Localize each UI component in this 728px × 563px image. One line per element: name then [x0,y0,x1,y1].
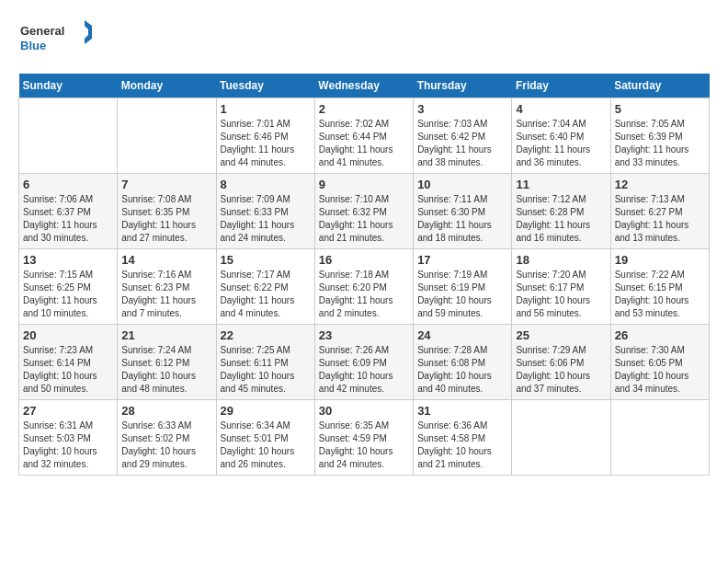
day-info: Sunrise: 7:24 AMSunset: 6:12 PMDaylight:… [121,344,211,396]
weekday-row: SundayMondayTuesdayWednesdayThursdayFrid… [19,74,710,98]
day-info: Sunrise: 7:18 AMSunset: 6:20 PMDaylight:… [319,269,409,320]
weekday-header: Sunday [19,74,118,98]
calendar-cell: 22Sunrise: 7:25 AMSunset: 6:11 PMDayligh… [216,325,314,400]
day-number: 17 [417,253,507,267]
calendar-cell: 10Sunrise: 7:11 AMSunset: 6:30 PMDayligh… [414,174,512,249]
calendar-cell: 2Sunrise: 7:02 AMSunset: 6:44 PMDaylight… [314,98,413,174]
day-info: Sunrise: 7:08 AMSunset: 6:35 PMDaylight:… [121,193,211,245]
day-info: Sunrise: 7:30 AMSunset: 6:05 PMDaylight:… [615,344,705,396]
day-info: Sunrise: 7:28 AMSunset: 6:08 PMDaylight:… [417,344,507,396]
day-info: Sunrise: 7:02 AMSunset: 6:44 PMDaylight:… [319,118,409,169]
day-number: 5 [615,102,705,116]
weekday-header: Saturday [610,74,709,98]
day-info: Sunrise: 7:23 AMSunset: 6:14 PMDaylight:… [23,344,113,396]
day-number: 10 [417,178,507,191]
calendar-cell [118,98,216,174]
svg-text:Blue: Blue [20,39,46,52]
day-number: 12 [615,178,705,191]
day-number: 16 [319,253,409,267]
day-info: Sunrise: 7:05 AMSunset: 6:39 PMDaylight:… [615,118,705,169]
calendar-cell: 19Sunrise: 7:22 AMSunset: 6:15 PMDayligh… [610,249,709,325]
day-number: 28 [121,404,211,418]
calendar-cell: 9Sunrise: 7:10 AMSunset: 6:32 PMDaylight… [314,174,413,249]
logo-svg: General Blue [18,18,92,64]
day-info: Sunrise: 7:19 AMSunset: 6:19 PMDaylight:… [417,269,507,320]
day-info: Sunrise: 6:35 AMSunset: 4:59 PMDaylight:… [319,419,409,471]
calendar-cell: 11Sunrise: 7:12 AMSunset: 6:28 PMDayligh… [512,174,610,249]
calendar-cell: 24Sunrise: 7:28 AMSunset: 6:08 PMDayligh… [414,325,512,400]
calendar-cell: 8Sunrise: 7:09 AMSunset: 6:33 PMDaylight… [216,174,314,249]
calendar-cell: 21Sunrise: 7:24 AMSunset: 6:12 PMDayligh… [118,325,216,400]
calendar-week-row: 20Sunrise: 7:23 AMSunset: 6:14 PMDayligh… [19,325,710,400]
weekday-header: Monday [118,74,216,98]
day-number: 22 [221,328,311,342]
day-info: Sunrise: 7:16 AMSunset: 6:23 PMDaylight:… [121,269,211,320]
day-number: 8 [221,178,311,191]
day-info: Sunrise: 7:29 AMSunset: 6:06 PMDaylight:… [516,344,606,396]
calendar-cell: 7Sunrise: 7:08 AMSunset: 6:35 PMDaylight… [118,174,216,249]
day-info: Sunrise: 7:03 AMSunset: 6:42 PMDaylight:… [417,118,507,169]
calendar-cell: 27Sunrise: 6:31 AMSunset: 5:03 PMDayligh… [19,400,118,476]
calendar-cell [610,400,709,476]
day-number: 26 [615,328,705,342]
calendar-cell: 13Sunrise: 7:15 AMSunset: 6:25 PMDayligh… [19,249,118,325]
calendar-cell: 25Sunrise: 7:29 AMSunset: 6:06 PMDayligh… [512,325,610,400]
svg-text:General: General [20,24,64,38]
day-number: 21 [121,328,211,342]
calendar-cell: 16Sunrise: 7:18 AMSunset: 6:20 PMDayligh… [314,249,413,325]
page-header: General Blue [18,18,710,64]
calendar-cell: 31Sunrise: 6:36 AMSunset: 4:58 PMDayligh… [414,400,512,476]
day-info: Sunrise: 6:31 AMSunset: 5:03 PMDaylight:… [23,419,113,471]
day-number: 1 [221,102,311,116]
weekday-header: Thursday [414,74,512,98]
weekday-header: Tuesday [216,74,314,98]
calendar-cell: 14Sunrise: 7:16 AMSunset: 6:23 PMDayligh… [118,249,216,325]
calendar-week-row: 1Sunrise: 7:01 AMSunset: 6:46 PMDaylight… [19,98,710,174]
calendar-cell: 28Sunrise: 6:33 AMSunset: 5:02 PMDayligh… [118,400,216,476]
day-number: 15 [221,253,311,267]
day-info: Sunrise: 7:20 AMSunset: 6:17 PMDaylight:… [516,269,606,320]
day-number: 20 [23,328,113,342]
calendar-cell: 17Sunrise: 7:19 AMSunset: 6:19 PMDayligh… [414,249,512,325]
day-info: Sunrise: 7:09 AMSunset: 6:33 PMDaylight:… [221,193,311,245]
day-number: 13 [23,253,113,267]
day-info: Sunrise: 7:22 AMSunset: 6:15 PMDaylight:… [615,269,705,320]
calendar-cell: 12Sunrise: 7:13 AMSunset: 6:27 PMDayligh… [610,174,709,249]
day-info: Sunrise: 7:17 AMSunset: 6:22 PMDaylight:… [221,269,311,320]
day-number: 14 [121,253,211,267]
calendar-cell: 4Sunrise: 7:04 AMSunset: 6:40 PMDaylight… [512,98,610,174]
day-info: Sunrise: 7:15 AMSunset: 6:25 PMDaylight:… [23,269,113,320]
calendar-week-row: 6Sunrise: 7:06 AMSunset: 6:37 PMDaylight… [19,174,710,249]
day-number: 29 [221,404,311,418]
day-number: 6 [23,178,113,191]
calendar-header: SundayMondayTuesdayWednesdayThursdayFrid… [19,74,710,98]
day-info: Sunrise: 7:25 AMSunset: 6:11 PMDaylight:… [221,344,311,396]
day-info: Sunrise: 6:36 AMSunset: 4:58 PMDaylight:… [417,419,507,471]
day-number: 25 [516,328,606,342]
svg-marker-1 [85,20,92,44]
day-number: 24 [417,328,507,342]
day-number: 11 [516,178,606,191]
day-info: Sunrise: 7:11 AMSunset: 6:30 PMDaylight:… [417,193,507,245]
calendar-cell: 15Sunrise: 7:17 AMSunset: 6:22 PMDayligh… [216,249,314,325]
day-info: Sunrise: 7:12 AMSunset: 6:28 PMDaylight:… [516,193,606,245]
day-number: 2 [319,102,409,116]
calendar-cell: 20Sunrise: 7:23 AMSunset: 6:14 PMDayligh… [19,325,118,400]
day-number: 31 [417,404,507,418]
calendar-cell: 1Sunrise: 7:01 AMSunset: 6:46 PMDaylight… [216,98,314,174]
day-number: 23 [319,328,409,342]
day-number: 7 [121,178,211,191]
calendar-cell: 30Sunrise: 6:35 AMSunset: 4:59 PMDayligh… [314,400,413,476]
day-info: Sunrise: 7:06 AMSunset: 6:37 PMDaylight:… [23,193,113,245]
calendar-cell: 23Sunrise: 7:26 AMSunset: 6:09 PMDayligh… [314,325,413,400]
weekday-header: Friday [512,74,610,98]
calendar-table: SundayMondayTuesdayWednesdayThursdayFrid… [18,74,710,476]
calendar-cell [512,400,610,476]
calendar-cell: 5Sunrise: 7:05 AMSunset: 6:39 PMDaylight… [610,98,709,174]
day-info: Sunrise: 6:34 AMSunset: 5:01 PMDaylight:… [221,419,311,471]
day-info: Sunrise: 7:26 AMSunset: 6:09 PMDaylight:… [319,344,409,396]
weekday-header: Wednesday [314,74,413,98]
day-info: Sunrise: 7:13 AMSunset: 6:27 PMDaylight:… [615,193,705,245]
day-number: 4 [516,102,606,116]
calendar-cell: 3Sunrise: 7:03 AMSunset: 6:42 PMDaylight… [414,98,512,174]
